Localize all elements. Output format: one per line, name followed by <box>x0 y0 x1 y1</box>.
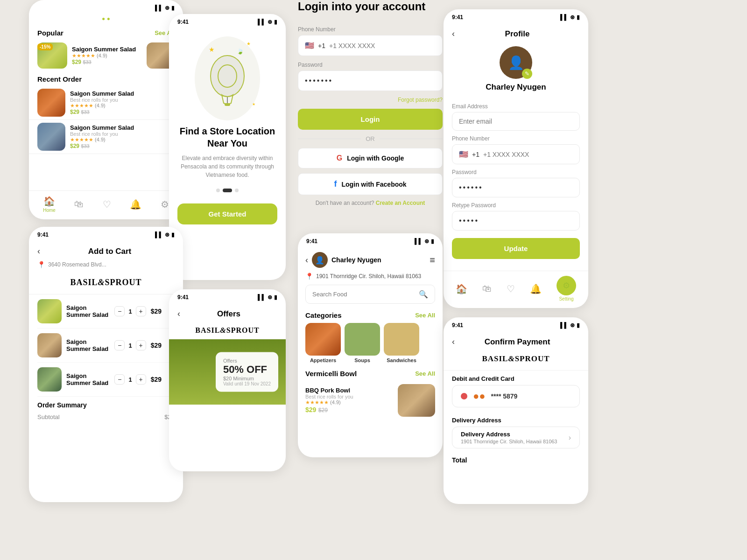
nav-home[interactable]: 🏠 Home <box>43 196 56 213</box>
recent-item-price: $29 $33 <box>70 109 175 115</box>
phone-label: Phone Number <box>452 135 580 142</box>
profile-screen: 9:41 ▌▌⊛▮ ‹ Profile 👤 ✎ Charley Nyugen E… <box>444 9 588 308</box>
category-item-soups[interactable]: Soups <box>345 323 380 363</box>
qty-plus-button[interactable]: + <box>136 340 146 350</box>
get-started-button[interactable]: Get Started <box>177 203 277 224</box>
qty-minus-button[interactable]: − <box>114 306 125 316</box>
food-screen: 9:41 ▌▌⊛▮ ‹ 👤 Charley Nyugen ≡ 📍 1901 Th… <box>298 233 443 457</box>
login-body: Phone Number 🇺🇸 +1 Password ••••••• Forg… <box>298 21 443 211</box>
food-item-name: BBQ Pork Bowl <box>305 387 393 394</box>
category-item-sandwiches[interactable]: Sandwiches <box>384 323 419 363</box>
password-label: Password <box>452 169 580 175</box>
menu-icon[interactable]: ≡ <box>430 255 435 266</box>
food-item-info: BBQ Pork Bowl Best rice rolls for you ★★… <box>305 387 393 414</box>
google-login-button[interactable]: G Login with Google <box>298 148 443 168</box>
categories-header: Categories See All <box>298 309 443 323</box>
cart-item-name: Saigon Summer Salad <box>66 304 110 318</box>
offers-screen: 9:41 ▌▌⊛▮ ‹ Offers BASIL&SPROUT Offers 5… <box>169 289 286 471</box>
food-item-stars: ★★★★★ (4.9) <box>305 399 393 406</box>
back-icon[interactable]: ‹ <box>37 246 40 256</box>
email-input-field[interactable] <box>452 112 580 131</box>
food-item-price: $29 <box>305 406 316 413</box>
discount-badge: -15% <box>37 43 53 50</box>
dot-indicators <box>216 189 239 192</box>
nav-cart[interactable]: 🛍 <box>482 283 492 294</box>
cart-icon: 🛍 <box>482 283 492 294</box>
settings-icon: ⚙ <box>161 199 169 210</box>
brand-ampersand: & <box>508 354 514 363</box>
mastercard-icon: ●● <box>473 390 486 402</box>
or-line-left <box>298 139 361 139</box>
cart-item-1: Saigon Summer Salad − 1 + $29 ✕ <box>37 294 175 329</box>
delivery-info: Delivery Address 1901 Thornridge Cir. Sh… <box>461 431 557 444</box>
food-item-card[interactable]: BBQ Pork Bowl Best rice rolls for you ★★… <box>298 381 443 420</box>
phone-input[interactable] <box>483 151 573 158</box>
see-all-categories[interactable]: See All <box>415 312 435 319</box>
facebook-login-button[interactable]: f Login with Facebook <box>298 173 443 195</box>
dot-1 <box>216 189 220 192</box>
recent-item-name: Saigon Summer Salad <box>70 90 175 97</box>
cart-item-price: $29 <box>151 308 162 315</box>
search-input[interactable] <box>312 291 415 298</box>
profile-name: Charley Nyugen <box>486 83 546 92</box>
category-label: Soups <box>354 357 370 363</box>
email-input[interactable] <box>459 118 573 125</box>
qty-plus-button[interactable]: + <box>136 374 146 385</box>
cart-item-2: Saigon Summer Salad − 1 + $29 ✕ <box>37 329 175 363</box>
card-row[interactable]: ●● **** 5879 <box>452 385 580 407</box>
flag-icon: 🇺🇸 <box>305 41 314 50</box>
nav-settings[interactable]: ⚙ <box>161 199 169 210</box>
login-button[interactable]: Login <box>298 109 443 130</box>
nav-home[interactable]: 🏠 <box>456 283 467 294</box>
payment-title: Confirm Payment <box>455 337 580 347</box>
email-label: Email Address <box>452 103 580 110</box>
see-all-vermicelli[interactable]: See All <box>415 370 435 377</box>
delivery-address-row[interactable]: Delivery Address 1901 Thornridge Cir. Sh… <box>452 427 580 448</box>
password-label: Password <box>298 62 443 68</box>
status-bar: 9:41 ▌▌⊛▮ <box>444 317 588 330</box>
cart-item-price: $29 <box>151 376 162 383</box>
category-label: Appetizers <box>310 357 336 363</box>
nav-notifications[interactable]: 🔔 <box>130 199 141 210</box>
cart-item-image <box>37 299 62 323</box>
search-bar[interactable]: 🔍 <box>305 285 435 304</box>
avatar-section: 👤 ✎ Charley Nyugen <box>444 42 588 98</box>
nav-home-label: Home <box>43 208 56 213</box>
total-label: Total <box>452 456 467 464</box>
status-bar: 9:41 ▌▌⊛▮ <box>298 233 443 246</box>
phone-input[interactable] <box>329 42 436 49</box>
qty-plus-button[interactable]: + <box>136 306 146 316</box>
time: 9:41 <box>177 294 189 301</box>
nav-cart[interactable]: 🛍 <box>74 199 84 210</box>
status-icons: ▌▌⊛▮ <box>560 322 580 329</box>
back-icon[interactable]: ‹ <box>305 255 308 265</box>
phone-input-field[interactable]: 🇺🇸 +1 <box>452 144 580 164</box>
password-input-field[interactable]: ••••••• <box>298 70 443 91</box>
avatar-edit-button[interactable]: ✎ <box>522 69 532 79</box>
retype-password-field[interactable]: ••••• <box>452 211 580 231</box>
phone-input-field[interactable]: 🇺🇸 +1 <box>298 35 443 56</box>
popular-item[interactable]: -15% Saigon Summer Salad ★★★★★ (4.9) $29… <box>29 40 183 71</box>
recent-item-1[interactable]: Saigon Summer Salad Best rice rolls for … <box>29 86 183 120</box>
qty-minus-button[interactable]: − <box>114 374 125 385</box>
forgot-password-link[interactable]: Forgot password? <box>298 97 443 103</box>
nav-settings[interactable]: ⚙ Setting <box>557 276 576 301</box>
password-input-field[interactable]: •••••• <box>452 178 580 197</box>
status-bar: 9:41 ▌▌⊛▮ <box>169 14 286 27</box>
category-item-appetizers[interactable]: Appetizers <box>305 323 341 363</box>
status-icons: ▌▌⊛▮ <box>415 238 434 245</box>
category-image <box>345 323 380 356</box>
nav-favorites[interactable]: ♡ <box>507 283 515 294</box>
create-account-link[interactable]: Create an Account <box>376 200 425 206</box>
nav-notifications[interactable]: 🔔 <box>530 283 542 294</box>
address-text: 1901 Thornridge Cir. Shiloh, Hawaii 8106… <box>316 273 421 280</box>
subtotal-row: Subtotal $29 <box>37 413 175 421</box>
find-store-description: Elevate and embrace diversity within Pen… <box>177 154 277 179</box>
update-button[interactable]: Update <box>452 238 580 259</box>
qty-minus-button[interactable]: − <box>114 340 125 350</box>
create-account-line: Don't have an account? Create an Account <box>298 200 443 206</box>
nav-favorites[interactable]: ♡ <box>103 199 111 210</box>
recent-item-2[interactable]: Saigon Summer Salad Best rice rolls for … <box>29 120 183 154</box>
food-item-original-price: $29 <box>318 407 328 413</box>
status-icons: ▌▌⊛▮ <box>155 5 175 11</box>
